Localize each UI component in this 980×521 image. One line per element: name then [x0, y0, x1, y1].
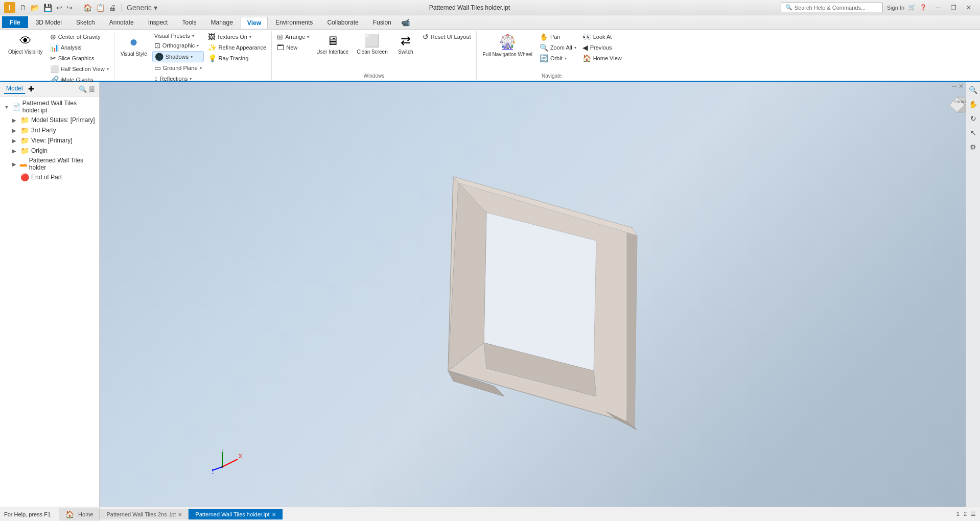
shadows-btn[interactable]: 🌑 Shadows ▾ [152, 51, 204, 62]
undo-btn[interactable]: ↩ [55, 4, 63, 12]
sidebar-search-btn[interactable]: 🔍 [79, 85, 87, 93]
sidebar-menu-btn[interactable]: ☰ [89, 85, 95, 93]
redo-btn[interactable]: ↪ [65, 4, 74, 12]
tree-item-model-states[interactable]: ▶ 📁 Model States: [Primary] [0, 115, 99, 125]
reset-ui-btn[interactable]: ↺ Reset UI Layout [421, 32, 473, 42]
look-at-btn[interactable]: 👀 Look At [580, 32, 624, 42]
maximize-btn[interactable]: ❐ [946, 2, 961, 13]
open-btn[interactable]: 📂 [30, 4, 40, 12]
tab-3dmodel[interactable]: 3D Model [29, 16, 68, 28]
pan-btn[interactable]: ✋ Pan [538, 32, 578, 42]
zoom-icon: 🔍 [540, 43, 548, 52]
prev-label: Previous [590, 44, 612, 51]
sidebar-add-tab[interactable]: ✚ [28, 85, 34, 93]
main-area: Model ✚ 🔍 ☰ ▼ 📄 Patterned Wall Tiles hol… [0, 82, 980, 507]
home-view-btn[interactable]: 🏠 Home View [580, 53, 624, 63]
minimize-viewport-btn[interactable]: ─ [952, 83, 956, 90]
zoom-all-btn[interactable]: 🔍 Zoom All ▾ [538, 42, 578, 53]
search-placeholder: Search Help & Commands... [795, 5, 866, 11]
ui-icon: 🖥 [326, 34, 339, 48]
ray-tracing-btn[interactable]: 💡 Ray Tracing [206, 53, 269, 63]
sign-in-btn[interactable]: Sign In [887, 5, 904, 11]
tab-annotate[interactable]: Annotate [103, 16, 141, 28]
rt-select-btn[interactable]: ↖ [967, 127, 979, 139]
tab-collaborate[interactable]: Collaborate [320, 16, 365, 28]
analysis-btn[interactable]: 📊 Analysis [48, 42, 111, 53]
refine-appearance-btn[interactable]: ✨ Refine Appearance [206, 42, 269, 53]
tab-manage[interactable]: Manage [204, 16, 239, 28]
visibility-group-content: 👁 Object Visibility ⊕ Center of Gravity … [5, 32, 111, 85]
tree-item-root[interactable]: ▼ 📄 Patterned Wall Tiles holder.ipt [0, 99, 99, 115]
navigate-col: ✋ Pan 🔍 Zoom All ▾ 🔄 Orbit ▾ [538, 32, 578, 63]
tab-tools[interactable]: Tools [175, 16, 203, 28]
add-tab-btn[interactable]: 📹 [401, 18, 410, 27]
rt-settings-btn[interactable]: ⚙ [967, 141, 979, 153]
tree-expand-origin: ▶ [12, 148, 18, 154]
orthographic-btn[interactable]: ⊡ Orthographic ▾ [152, 40, 204, 51]
close-wall-tiles-holder-btn[interactable]: ✕ [272, 512, 276, 517]
center-of-gravity-btn[interactable]: ⊕ Center of Gravity [48, 32, 111, 42]
tree-expand-3p: ▶ [12, 128, 18, 133]
tab-sketch[interactable]: Sketch [69, 16, 102, 28]
tree-item-3rdparty[interactable]: ▶ 📁 3rd Party [0, 125, 99, 135]
minimize-btn[interactable]: ─ [931, 2, 945, 13]
tree-item-feature[interactable]: ▶ ▬ Patterned Wall Tiles holder [0, 156, 99, 172]
search-bar[interactable]: 🔍 Search Help & Commands... [781, 3, 883, 12]
generic-dropdown[interactable]: Generic ▾ [126, 4, 158, 12]
sidebar-model-tab[interactable]: Model [4, 84, 25, 94]
rt-pan-btn[interactable]: ✋ [967, 98, 979, 110]
app-logo: I [4, 2, 15, 13]
rt-rotate-btn[interactable]: ↻ [967, 112, 979, 125]
full-nav-wheel-btn[interactable]: 🎡 Full Navigation Wheel [480, 32, 535, 60]
home-tab[interactable]: 🏠 Home [59, 508, 100, 520]
tab-fusion[interactable]: Fusion [366, 16, 398, 28]
tree-item-origin[interactable]: ▶ 📁 Origin [0, 146, 99, 156]
new-window-btn[interactable]: 🗔 New [275, 42, 311, 53]
user-interface-btn[interactable]: 🖥 User Interface [313, 32, 352, 57]
visual-style-btn[interactable]: ● Visual Style [118, 32, 150, 59]
ground-label: Ground Plane [163, 65, 198, 71]
windows-group-label: Windows [275, 72, 473, 79]
tree-item-view[interactable]: ▶ 📁 View: [Primary] [0, 135, 99, 146]
slice-graphics-btn[interactable]: ✂ Slice Graphics [48, 53, 111, 63]
close-viewport-btn[interactable]: ✕ [959, 83, 964, 90]
tree-expand-ms: ▶ [12, 117, 18, 123]
arrange-btn[interactable]: ⊞ Arrange ▾ [275, 32, 311, 42]
new-btn[interactable]: 🗋 [18, 4, 28, 12]
home-quick-btn[interactable]: 🏠 [82, 4, 93, 12]
viewport[interactable]: FRONT 🔍 ✋ ↻ ↖ ⚙ ─ ✕ X Y [100, 82, 980, 507]
cart-icon[interactable]: 🛒 [908, 4, 916, 11]
close-wall-tiles-2ns-btn[interactable]: ✕ [178, 512, 182, 517]
tab-view[interactable]: View [241, 17, 268, 29]
properties-btn[interactable]: 📋 [95, 4, 106, 12]
clean-screen-btn[interactable]: ⬜ Clean Screen [354, 32, 391, 57]
tab-wall-tiles-2ns[interactable]: Patterned Wall Tiles 2ns .ipt ✕ [100, 509, 189, 519]
visual-style-group: ● Visual Style Visual Presets ▾ ⊡ Orthog… [114, 31, 272, 80]
tab-wall-tiles-holder[interactable]: Patterned Wall Tiles holder.ipt ✕ [189, 509, 282, 519]
statusbar-menu-btn[interactable]: ☰ [971, 511, 976, 517]
visual-presets-btn[interactable]: Visual Presets ▾ [152, 32, 204, 40]
rt-zoom-btn[interactable]: 🔍 [967, 84, 979, 96]
previous-btn[interactable]: ◀ Previous [580, 42, 624, 53]
reset-icon: ↺ [423, 33, 429, 41]
switch-btn[interactable]: ⇄ Switch [393, 32, 418, 57]
tab-environments[interactable]: Environments [269, 16, 319, 28]
help-icon[interactable]: ❓ [920, 4, 927, 11]
home-tab-icon: 🏠 [65, 510, 74, 518]
3d-model [412, 146, 668, 442]
object-visibility-btn[interactable]: 👁 Object Visibility [5, 32, 46, 57]
save-btn[interactable]: 💾 [42, 4, 53, 12]
titlebar: I 🗋 📂 💾 ↩ ↪ 🏠 📋 🖨 Generic ▾ Patterned Wa… [0, 0, 980, 15]
orbit-btn[interactable]: 🔄 Orbit ▾ [538, 53, 578, 63]
close-btn[interactable]: ✕ [962, 2, 976, 13]
textures-on-btn[interactable]: 🖼 Textures On ▾ [206, 32, 269, 42]
half-section-btn[interactable]: ⬜ Half Section View ▾ [48, 64, 111, 74]
tab-file[interactable]: File [2, 16, 28, 28]
svg-text:X: X [239, 454, 242, 459]
tree-label-ms: Model States: [Primary] [31, 116, 95, 124]
print-btn[interactable]: 🖨 [108, 4, 117, 12]
ray-icon: 💡 [208, 54, 217, 62]
tab-inspect[interactable]: Inspect [142, 16, 175, 28]
ground-plane-btn[interactable]: ▭ Ground Plane ▾ [152, 63, 204, 73]
tree-item-end[interactable]: 🔴 End of Part [0, 172, 99, 182]
